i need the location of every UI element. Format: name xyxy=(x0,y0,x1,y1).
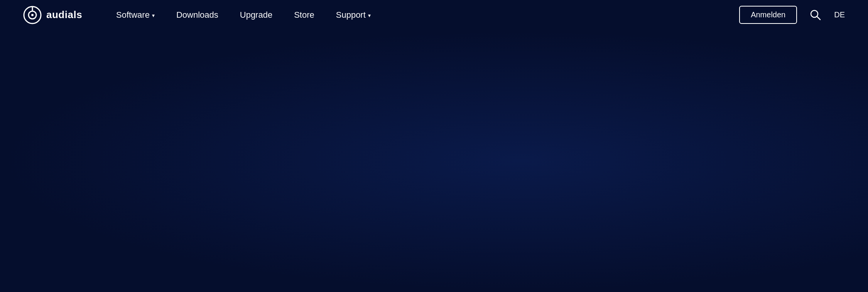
nav-downloads-label: Downloads xyxy=(176,10,218,20)
chevron-down-icon: ▾ xyxy=(152,12,155,18)
language-selector[interactable]: DE xyxy=(834,10,845,19)
svg-point-2 xyxy=(31,14,34,16)
logo-icon xyxy=(23,6,42,24)
navbar: audials Software ▾ Downloads Upgrade Sto… xyxy=(0,0,868,30)
anmelden-button[interactable]: Anmelden xyxy=(739,6,797,24)
hero-description-line3: mit AI verbessern xyxy=(326,182,409,194)
search-button[interactable] xyxy=(806,6,825,24)
search-icon xyxy=(809,9,822,21)
hero-content: IT'S MY STREAM Musik, Filme, Radio & meh… xyxy=(326,57,542,251)
logo-link[interactable]: audials xyxy=(23,6,82,24)
download-button[interactable]: Download xyxy=(326,214,459,251)
hero-section: IT'S MY STREAM Musik, Filme, Radio & meh… xyxy=(0,30,868,292)
nav-software[interactable]: Software ▾ xyxy=(105,0,165,30)
nav-store[interactable]: Store xyxy=(283,0,325,30)
nav-upgrade[interactable]: Upgrade xyxy=(229,0,283,30)
hero-description-line1: Musik, Filme, Radio & mehr xyxy=(326,148,459,159)
chevron-down-icon-support: ▾ xyxy=(368,12,371,18)
hero-description-line2: finden, speichern xyxy=(326,165,408,177)
hero-title: STREAM xyxy=(326,79,542,129)
nav-support[interactable]: Support ▾ xyxy=(325,0,382,30)
nav-support-label: Support xyxy=(336,10,366,20)
nav-downloads[interactable]: Downloads xyxy=(165,0,229,30)
hero-divider xyxy=(326,133,542,134)
hero-description: Musik, Filme, Radio & mehr finden, speic… xyxy=(326,145,542,197)
main-nav: Software ▾ Downloads Upgrade Store Suppo… xyxy=(105,0,739,30)
logo-text: audials xyxy=(46,9,82,21)
nav-software-label: Software xyxy=(116,10,150,20)
navbar-right: Anmelden DE xyxy=(739,6,845,24)
nav-upgrade-label: Upgrade xyxy=(240,10,272,20)
nav-store-label: Store xyxy=(294,10,314,20)
svg-line-5 xyxy=(817,16,821,20)
